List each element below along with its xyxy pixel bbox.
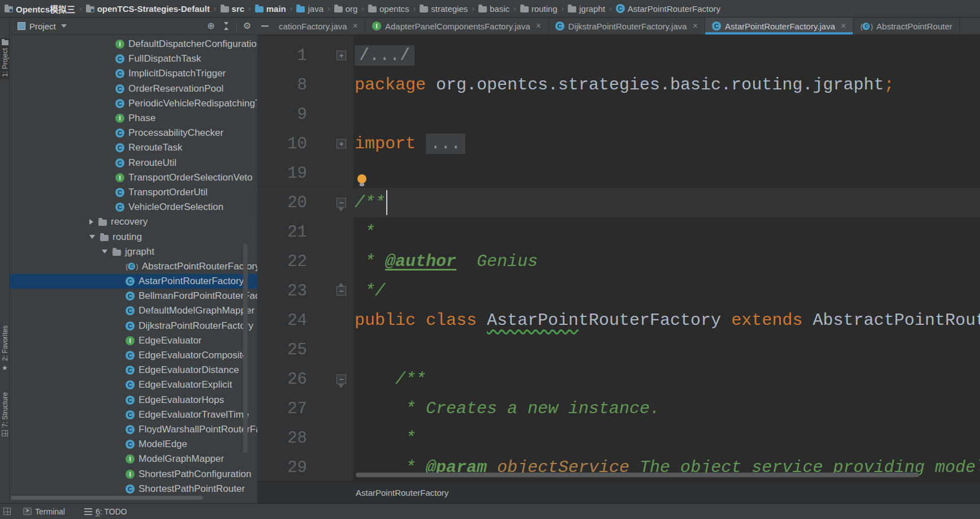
fold-collapse-icon[interactable]: − bbox=[336, 375, 346, 384]
editor-horizontal-scrollbar[interactable] bbox=[356, 473, 919, 477]
hide-panel-icon[interactable] bbox=[261, 25, 269, 27]
editor-tab[interactable]: IAdapterPanelComponentsFactory.java× bbox=[365, 18, 549, 35]
tree-item[interactable]: CRerouteTask bbox=[10, 140, 257, 155]
tree-item[interactable]: CEdgeEvaluatorExplicit bbox=[10, 378, 257, 392]
tree-item[interactable]: CEdgeEvaluatorDistance bbox=[10, 363, 257, 378]
abstract-class-icon: (C) bbox=[126, 262, 138, 271]
breadcrumb-item[interactable]: strategies bbox=[420, 4, 468, 14]
close-icon[interactable]: × bbox=[841, 22, 846, 31]
class-icon: C bbox=[126, 396, 135, 405]
project-panel-title[interactable]: Project bbox=[29, 22, 56, 31]
statusbar-item-terminal[interactable]: >Terminal bbox=[23, 507, 65, 516]
tree-item[interactable]: recovery bbox=[10, 215, 257, 229]
tree-item[interactable]: IDefaultDispatcherConfiguration bbox=[10, 37, 257, 52]
code-text: */ bbox=[355, 281, 385, 301]
breadcrumb-item[interactable]: Opentcs模拟三 bbox=[5, 3, 75, 15]
tree-item[interactable]: ITransportOrderSelectionVeto bbox=[10, 170, 257, 185]
tree-item[interactable]: CEdgeEvaluatorHops bbox=[10, 393, 257, 408]
code-token: tRouterFactory bbox=[578, 311, 721, 330]
tree-item[interactable]: IShortestPathConfiguration bbox=[10, 466, 257, 481]
fold-expand-icon[interactable]: + bbox=[336, 139, 346, 149]
fold-expand-icon[interactable]: + bbox=[336, 51, 346, 61]
tree-item[interactable]: IEdgeEvaluator bbox=[10, 333, 257, 348]
toolwindow-button-favorites[interactable]: 2: Favorites★ bbox=[0, 323, 10, 374]
tree-item[interactable]: CFloydWarshallPointRouterFactor bbox=[10, 422, 257, 437]
tree-item[interactable]: CTransportOrderUtil bbox=[10, 185, 257, 200]
tree-item[interactable]: CFullDispatchTask bbox=[10, 52, 257, 66]
tree-item[interactable]: CShortestPathPointRouter bbox=[10, 482, 257, 496]
tree-item[interactable]: (C)AbstractPointRouterFactory bbox=[10, 259, 257, 274]
source-folder-icon bbox=[255, 6, 264, 12]
breadcrumb-item[interactable]: java bbox=[296, 4, 323, 14]
tree-horizontal-scrollbar[interactable] bbox=[11, 496, 203, 500]
toolwindow-button-structure[interactable]: 7: Structure bbox=[0, 390, 10, 439]
tree-item[interactable]: CAstarPointRouterFactory bbox=[10, 274, 257, 289]
tree-item[interactable]: CRerouteUtil bbox=[10, 156, 257, 170]
class-icon: C bbox=[115, 143, 124, 152]
breadcrumb-item[interactable]: basic bbox=[478, 4, 510, 14]
code-line: 20−/** bbox=[257, 188, 980, 217]
code-editor[interactable]: 1+/.../8package org.opentcs.strategies.b… bbox=[257, 35, 980, 481]
editor-breadcrumb-item[interactable]: AstarPointRouterFactory bbox=[356, 488, 448, 497]
tree-item[interactable]: CEdgeEvaluatorComposite bbox=[10, 348, 257, 363]
toolwindow-button-project[interactable]: 1: Project bbox=[0, 38, 10, 79]
folded-region[interactable]: ... bbox=[426, 134, 465, 154]
breadcrumb-item[interactable]: main bbox=[255, 4, 286, 14]
statusbar-item-todo[interactable]: 6: TODO bbox=[84, 507, 127, 516]
module-folder-icon bbox=[86, 6, 94, 12]
intention-lightbulb-icon[interactable] bbox=[357, 174, 367, 186]
fold-collapse-icon[interactable]: − bbox=[336, 286, 346, 296]
breadcrumb-item[interactable]: CAstarPointRouterFactory bbox=[616, 4, 720, 14]
tree-item[interactable]: CModelEdge bbox=[10, 437, 257, 452]
tree-item[interactable]: CDijkstraPointRouterFactory bbox=[10, 319, 257, 333]
chevron-expanded-icon[interactable] bbox=[102, 250, 107, 254]
tree-item[interactable]: CBellmanFordPointRouterFactory bbox=[10, 289, 257, 303]
tree-item[interactable]: IPhase bbox=[10, 111, 257, 126]
chevron-down-icon[interactable] bbox=[61, 24, 67, 31]
tree-item[interactable]: CImplicitDispatchTrigger bbox=[10, 66, 257, 81]
editor-tab[interactable]: cationFactory.java× bbox=[272, 18, 365, 35]
breadcrumb-item[interactable]: opentcs bbox=[368, 4, 409, 14]
breadcrumb-separator: › bbox=[609, 4, 612, 13]
editor-tab[interactable]: CAstarPointRouterFactory.java× bbox=[705, 18, 853, 35]
close-icon[interactable]: × bbox=[693, 22, 698, 31]
tree-item[interactable]: routing bbox=[10, 229, 257, 244]
tree-item[interactable]: CProcessabilityChecker bbox=[10, 126, 257, 140]
tree-item[interactable]: CDefaultModelGraphMapper bbox=[10, 303, 257, 318]
editor-tab[interactable]: (C)AbstractPointRouter bbox=[853, 18, 960, 35]
folded-region[interactable]: /.../ bbox=[355, 45, 415, 66]
class-icon: C bbox=[126, 366, 135, 375]
tree-item[interactable]: CPeriodicVehicleRedispatchingTask bbox=[10, 96, 257, 111]
tree-item[interactable]: jgrapht bbox=[10, 245, 257, 259]
breadcrumb-item[interactable]: jgrapht bbox=[568, 4, 605, 14]
breadcrumb-item[interactable]: openTCS-Strategies-Default bbox=[86, 4, 210, 14]
class-icon: C bbox=[115, 84, 124, 93]
breadcrumb-item[interactable]: org bbox=[334, 4, 358, 14]
fold-collapse-icon[interactable]: − bbox=[336, 198, 346, 208]
tree-item[interactable]: CVehicleOrderSelection bbox=[10, 200, 257, 215]
tree-item-label: OrderReservationPool bbox=[128, 83, 223, 95]
code-token: * bbox=[355, 252, 385, 271]
tree-item[interactable]: COrderReservationPool bbox=[10, 82, 257, 96]
close-icon[interactable]: × bbox=[353, 22, 358, 31]
gear-icon[interactable]: ⚙ bbox=[243, 22, 251, 31]
tree-item-label: ModelGraphMapper bbox=[139, 453, 224, 465]
line-number: 27 bbox=[257, 400, 307, 418]
collapse-all-icon[interactable] bbox=[223, 22, 230, 30]
tree-item[interactable]: CEdgeEvaluatorTravelTime bbox=[10, 408, 257, 422]
locate-file-icon[interactable]: ⊕ bbox=[207, 22, 214, 31]
toolwindow-switcher-icon[interactable] bbox=[3, 508, 11, 515]
tree-item[interactable]: IModelGraphMapper bbox=[10, 452, 257, 466]
tree-vertical-scrollbar[interactable] bbox=[243, 243, 248, 453]
chevron-expanded-icon[interactable] bbox=[89, 235, 95, 239]
chevron-collapsed-icon[interactable] bbox=[89, 219, 93, 225]
tree-item-label: TransportOrderSelectionVeto bbox=[128, 172, 253, 183]
class-icon: C bbox=[115, 188, 124, 197]
editor-tab[interactable]: CDijkstraPointRouterFactory.java× bbox=[549, 18, 705, 35]
breadcrumb-item[interactable]: routing bbox=[520, 4, 558, 14]
tree-item-label: FloydWarshallPointRouterFactor bbox=[139, 424, 257, 435]
tree-item-label: EdgeEvaluatorHops bbox=[139, 394, 224, 406]
breadcrumb-item[interactable]: src bbox=[221, 4, 245, 14]
class-icon: C bbox=[126, 440, 135, 449]
close-icon[interactable]: × bbox=[536, 22, 541, 31]
